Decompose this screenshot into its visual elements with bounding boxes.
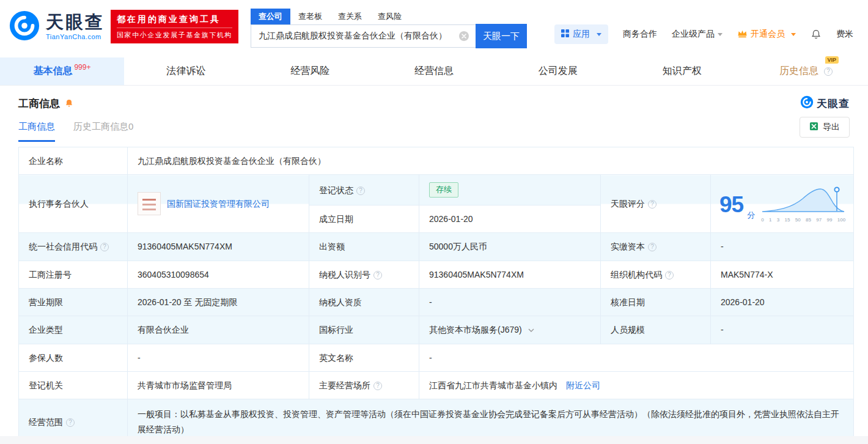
field-label: 工商注册号 <box>19 261 128 288</box>
table-row: 执行事务合伙人 国新国证投资管理有限公司 登记状态 存续 天眼评分 95 分 <box>19 175 854 205</box>
field-label: 出资额 <box>309 233 419 261</box>
tab-label: 经营信息 <box>414 65 454 78</box>
tab-legal-proceedings[interactable]: 法律诉讼 <box>124 57 248 85</box>
executive-partner-cell: 国新国证投资管理有限公司 <box>128 175 309 233</box>
field-label-text: 实缴资本 <box>611 242 645 251</box>
top-header: 天眼查 TianYanCha.com 都在用的商业查询工具 国家中小企业发展子基… <box>0 0 868 57</box>
field-label: 营业期限 <box>19 289 128 316</box>
field-label: 主要经营场所 <box>309 371 419 399</box>
slogan-line2: 国家中小企业发展子基金旗下机构 <box>117 31 232 40</box>
enterprise-menu[interactable]: 企业级产品 <box>672 29 723 40</box>
tab-basic-info[interactable]: 基本信息 999+ <box>0 57 124 85</box>
help-icon[interactable] <box>665 271 674 279</box>
tab-label: 历史信息 <box>779 65 818 78</box>
excel-icon <box>809 122 818 133</box>
partner-company-logo <box>138 192 161 215</box>
export-label: 导出 <box>823 122 840 133</box>
cooperation-link[interactable]: 商务合作 <box>623 29 657 40</box>
help-icon[interactable] <box>100 243 109 251</box>
open-vip-link[interactable]: 开通会员 <box>737 29 796 40</box>
export-button[interactable]: 导出 <box>800 117 850 138</box>
tab-operation-risk[interactable]: 经营风险 <box>248 57 372 85</box>
partner-company-link[interactable]: 国新国证投资管理有限公司 <box>167 198 270 210</box>
vip-label: 开通会员 <box>751 29 785 40</box>
tab-label: 基本信息 <box>33 65 72 78</box>
help-icon[interactable] <box>648 200 657 209</box>
help-icon[interactable] <box>66 418 75 427</box>
watermark-logo: 天眼查 <box>800 95 850 111</box>
clear-icon[interactable] <box>458 31 469 42</box>
establish-date-value: 2026-01-20 <box>419 205 601 233</box>
field-label-text: 统一社会信用代码 <box>29 242 97 251</box>
field-label: 人员规模 <box>601 316 711 344</box>
table-row: 企业类型 有限合伙企业 国标行业 其他资本市场服务(J679) 人员规模 - <box>19 316 854 344</box>
header-menu: 应用 商务合作 企业级产品 开通会员 费米 <box>554 24 853 44</box>
tab-intellectual-property[interactable]: 知识产权 <box>620 57 744 85</box>
score-curve-chart[interactable]: 013 155085 9799100 <box>761 185 845 224</box>
field-label: 执行事务合伙人 <box>19 175 128 233</box>
field-label: 企业类型 <box>19 316 128 344</box>
slogan-banner: 都在用的商业查询工具 国家中小企业发展子基金旗下机构 <box>111 10 238 43</box>
watermark-logo-icon <box>800 95 814 111</box>
page-bottom-strip <box>0 436 868 444</box>
apps-grid-icon <box>561 29 569 39</box>
chevron-down-icon[interactable] <box>528 328 534 332</box>
nearby-companies-link[interactable]: 附近公司 <box>566 380 600 390</box>
help-icon[interactable] <box>824 67 833 76</box>
count-badge: 999+ <box>74 63 90 72</box>
chevron-down-icon <box>791 33 796 36</box>
tab-company-development[interactable]: 公司发展 <box>496 57 620 85</box>
insured-count-value: - <box>128 344 309 371</box>
brand-name: 天眼查 <box>46 13 105 31</box>
search-tab-boss[interactable]: 查老板 <box>290 9 330 24</box>
help-icon[interactable] <box>373 271 382 279</box>
field-label: 国标行业 <box>309 316 419 344</box>
field-label-text: 纳税人识别号 <box>319 270 370 279</box>
industry-cell: 其他资本市场服务(J679) <box>419 316 601 344</box>
slogan-line1: 都在用的商业查询工具 <box>117 14 232 28</box>
section-header: 工商信息 天眼查 <box>0 86 868 113</box>
reg-number-value: 360405310098654 <box>128 261 309 288</box>
chevron-down-icon <box>718 33 723 36</box>
field-label: 核准日期 <box>601 289 711 316</box>
chevron-down-icon <box>597 33 601 36</box>
field-label-text: 天眼评分 <box>611 199 645 209</box>
search-button[interactable]: 天眼一下 <box>476 24 527 48</box>
field-label: 英文名称 <box>309 344 419 371</box>
score-value: 95 <box>719 193 743 216</box>
search-tabs: 查公司 查老板 查关系 查风险 <box>251 9 527 24</box>
taxpayer-id-value: 91360405MAK5N774XM <box>419 261 601 288</box>
tianyancha-logo[interactable]: 天眼查 TianYanCha.com <box>9 10 105 44</box>
help-icon[interactable] <box>356 187 365 195</box>
tab-label: 知识产权 <box>663 65 702 78</box>
reg-status-cell: 存续 <box>419 175 601 205</box>
english-name-value: - <box>419 344 854 371</box>
approval-date-value: 2026-01-20 <box>711 289 854 316</box>
search-tab-relation[interactable]: 查关系 <box>330 9 370 24</box>
help-icon[interactable] <box>648 243 657 251</box>
field-label-text: 登记状态 <box>319 185 353 195</box>
business-term-value: 2026-01-20 至 无固定期限 <box>128 289 309 316</box>
taxpayer-quality-value: - <box>419 289 601 316</box>
field-label: 纳税人识别号 <box>309 261 419 288</box>
table-row: 参保人数 - 英文名称 - <box>19 344 854 371</box>
search-input[interactable] <box>251 31 458 41</box>
user-name[interactable]: 费米 <box>836 29 853 40</box>
subscribe-bell-icon[interactable] <box>64 98 74 108</box>
tab-operation-info[interactable]: 经营信息 <box>372 57 496 85</box>
table-row: 统一社会信用代码 91360405MAK5N774XM 出资额 50000万人民… <box>19 233 854 261</box>
search-tab-risk[interactable]: 查风险 <box>370 9 410 24</box>
field-label: 统一社会信用代码 <box>19 233 128 261</box>
apps-menu[interactable]: 应用 <box>554 24 608 44</box>
field-label: 组织机构代码 <box>601 261 711 288</box>
field-label-text: 经营范围 <box>29 417 63 427</box>
staff-size-value: - <box>711 316 854 344</box>
tab-history-info[interactable]: VIP 历史信息 <box>744 57 868 85</box>
search-tab-company[interactable]: 查公司 <box>251 9 290 24</box>
subtab-history-business-info[interactable]: 历史工商信息0 <box>73 121 133 142</box>
org-code-value: MAK5N774-X <box>711 261 854 288</box>
subtab-business-info[interactable]: 工商信息 <box>18 121 55 142</box>
help-icon[interactable] <box>373 382 382 390</box>
notification-bell-icon[interactable] <box>811 29 822 40</box>
score-axis: 013 155085 9799100 <box>761 216 845 224</box>
